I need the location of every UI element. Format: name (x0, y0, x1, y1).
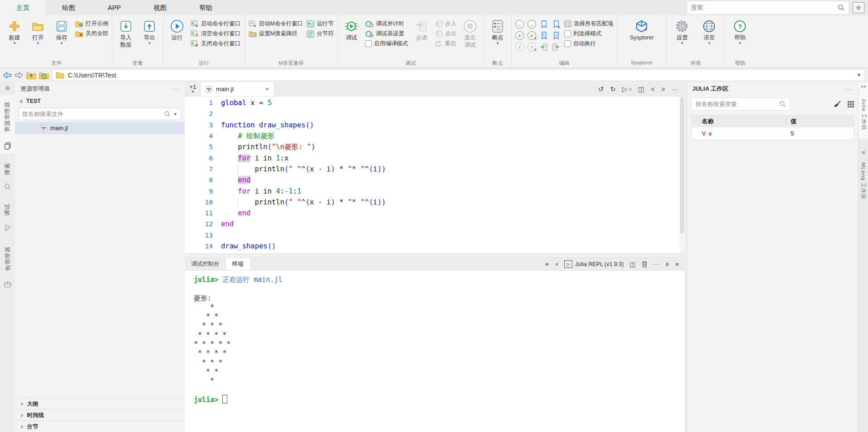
compile-mode-checkbox[interactable]: 启用编译模式 (365, 39, 408, 48)
start-m-cmd-button[interactable]: M 启动M命令行窗口 (249, 19, 303, 28)
section-timeline[interactable]: > 时间线 (15, 409, 185, 421)
strip-tab-mlang-workspace[interactable]: ≡ MLang 工作区 (858, 146, 868, 206)
goto-line-icon[interactable]: # (515, 31, 524, 40)
bookmark-icon[interactable] (541, 20, 547, 28)
code-line[interactable]: 6 for i in 1:x (185, 152, 679, 163)
clear-line-mark-icon[interactable]: #× (528, 31, 536, 40)
split-editor-button[interactable]: ◫ (638, 85, 644, 93)
step-in-button[interactable]: 步入 (435, 19, 456, 28)
back-button[interactable] (3, 72, 12, 79)
code-line[interactable]: 10 println(" "^(x - i) * "* "^(i)) (185, 197, 679, 208)
bookmark-remove-icon[interactable]: × (553, 20, 559, 28)
variable-search-input[interactable]: 按名称搜索变量 (691, 97, 790, 111)
navigate-forward-icon[interactable]: → (528, 20, 536, 29)
new-terminal-dropdown-icon[interactable]: ∨ (555, 262, 558, 267)
debugger-settings-button[interactable]: 调试器设置 (365, 29, 408, 38)
open-button[interactable]: 打开▾ (26, 16, 50, 45)
tab-view[interactable]: 视图 (137, 0, 183, 15)
terminal-output[interactable]: julia> 正在运行 main.jl菱形: * * * * * * * * *… (185, 271, 685, 432)
global-search-input[interactable]: 搜索 (687, 1, 849, 15)
tab-help[interactable]: 帮助 (183, 0, 229, 15)
language-button[interactable]: 语言▾ (695, 16, 723, 45)
column-value[interactable]: 值 (791, 117, 796, 126)
set-m-path-button[interactable]: M 设置M搜索路径 (249, 29, 303, 38)
tab-terminal[interactable]: 终端 (226, 258, 250, 270)
line-mark-disabled-icon[interactable]: # (515, 43, 524, 51)
new-editor-button[interactable]: +1▼ (185, 82, 201, 96)
file-search-input[interactable]: 按名称搜索文件 ▼ (19, 108, 181, 120)
section-outline[interactable]: > 大纲 (15, 398, 185, 409)
split-terminal-button[interactable]: ◫ (629, 261, 635, 268)
run-section-button[interactable]: 运行节 (307, 19, 334, 28)
code-line[interactable]: 3function draw_shapes() (185, 120, 679, 131)
path-dropdown-icon[interactable]: ▼ (857, 73, 861, 78)
menu-button[interactable]: ≡ (0, 82, 15, 95)
code-line[interactable]: 9 for i in 4:-1:1 (185, 185, 679, 196)
close-cmd-button[interactable]: 关闭命令行窗口 (191, 39, 241, 48)
code-line[interactable]: 13 (185, 230, 679, 241)
code-line[interactable]: 7 println(" "^(x - i) * "* "^(i)) (185, 164, 679, 175)
redo-button[interactable]: ↻ (610, 85, 616, 93)
indent-out-icon[interactable] (552, 44, 560, 51)
new-terminal-button[interactable]: + (545, 260, 549, 268)
clear-mark-disabled-icon[interactable]: #× (528, 43, 536, 51)
bookmark-prev-icon[interactable] (541, 32, 547, 39)
variables-table-header[interactable]: 名称 值 (692, 116, 854, 127)
restart-button[interactable]: 重启 (435, 39, 456, 48)
section-break-button[interactable]: 分节符 (307, 29, 334, 38)
next-editor-button[interactable]: > (661, 85, 665, 93)
project-root-node[interactable]: ∨ TEST (15, 95, 185, 107)
new-button[interactable]: 新建▾ (3, 16, 26, 45)
exit-debug-button[interactable]: 退出 调试 (458, 16, 482, 49)
breakpoint-button[interactable]: 断点▾ (486, 16, 509, 45)
search-icon[interactable] (838, 4, 845, 11)
code-line[interactable]: 2 (185, 108, 679, 119)
tab-plot[interactable]: 绘图 (46, 0, 91, 15)
close-all-button[interactable]: 关闭全部 (75, 29, 108, 38)
code-line[interactable]: 1global x = 5 (185, 97, 679, 108)
tab-home[interactable]: 主页 (0, 0, 46, 15)
editor-more-button[interactable]: ··· (671, 85, 678, 93)
refresh-folder-button[interactable] (39, 71, 49, 79)
debug-button[interactable]: 调试 (340, 16, 363, 41)
forward-button[interactable] (14, 72, 24, 79)
code-line[interactable]: 12end (185, 218, 679, 229)
help-button[interactable]: ? 帮助▾ (727, 16, 753, 45)
step-out-button[interactable]: 步出 (435, 29, 456, 38)
export-button[interactable]: 导出▾ (138, 16, 161, 45)
clear-workspace-button[interactable] (834, 101, 841, 108)
import-data-button[interactable]: 导入 数据 (114, 16, 138, 49)
column-select-checkbox[interactable]: 列选择模式 (564, 29, 614, 38)
scrollbar-thumb[interactable] (680, 97, 684, 233)
settings-button[interactable]: 设置▾ (668, 16, 695, 45)
column-divider[interactable] (786, 118, 786, 125)
panel-splitter[interactable] (185, 253, 685, 258)
undo-button[interactable]: ↺ (598, 85, 604, 93)
activity-item-search[interactable]: 搜索 (0, 158, 15, 194)
prev-editor-button[interactable]: < (651, 85, 655, 93)
indent-in-icon[interactable] (540, 44, 547, 51)
tab-debug-console[interactable]: 调试控制台 (185, 258, 226, 270)
strip-tab-julia-workspace[interactable]: Julia 工作区 (858, 82, 868, 139)
column-name[interactable]: 名称 (692, 117, 786, 126)
clear-cmd-button[interactable]: 清空命令行窗口 (191, 29, 241, 38)
code-editor[interactable]: 1global x = 523function draw_shapes()4 #… (185, 97, 685, 253)
close-panel-button[interactable]: × (675, 260, 679, 268)
activity-item-package-manager[interactable]: 包管理器 (0, 240, 15, 292)
repl-selector[interactable]: ▷ Julia REPL (v1.9.3) (564, 260, 623, 268)
close-tab-icon[interactable]: × (265, 86, 269, 92)
code-line[interactable]: 11 end (185, 208, 679, 218)
section-subsections[interactable]: > 分节 (15, 421, 185, 432)
collapse-ribbon-button[interactable] (853, 2, 864, 13)
terminal-more-button[interactable]: ··· (653, 261, 659, 267)
debug-timing-button[interactable]: 调试并计时 (365, 19, 408, 28)
code-line[interactable]: 15 (185, 252, 679, 253)
file-item-main-jl[interactable]: main.jl (15, 122, 185, 134)
search-dropdown-icon[interactable]: ▼ (173, 112, 177, 116)
save-button[interactable]: 保存▾ (50, 16, 73, 45)
activity-item-explorer[interactable]: 资源管理器 (0, 95, 15, 154)
navigate-back-icon[interactable]: ← (515, 20, 524, 29)
code-line[interactable]: 4 # 绘制菱形 (185, 131, 679, 141)
tab-app[interactable]: APP (91, 0, 137, 15)
tab-main-jl[interactable]: main.jl × (201, 82, 273, 96)
